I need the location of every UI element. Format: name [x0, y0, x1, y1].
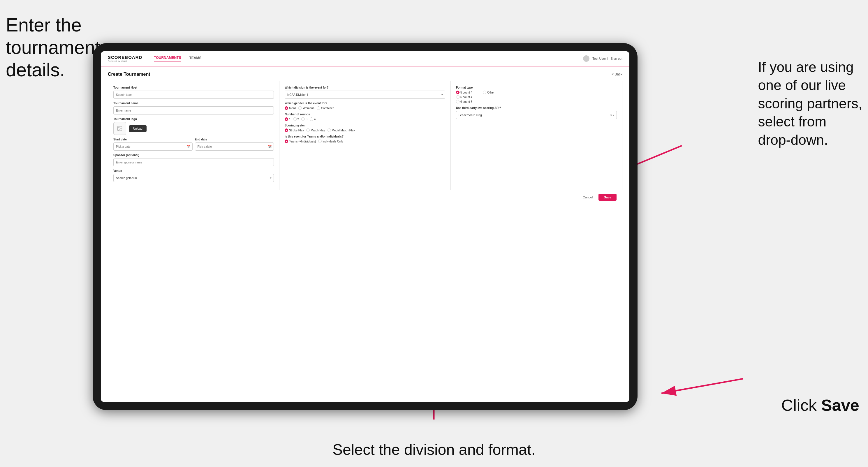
event-teams[interactable]: Teams (+Individuals) — [285, 139, 316, 143]
start-date-group: Start date 📅 — [113, 138, 193, 151]
form-col-2: Which division is the event for? NCAA Di… — [279, 81, 451, 190]
start-date-input[interactable] — [113, 143, 193, 151]
navbar: SCOREBOARD Powered by clippit TOURNAMENT… — [101, 51, 629, 66]
venue-select-wrapper: Search golf club — [113, 174, 274, 182]
format-other[interactable]: Other — [483, 91, 494, 94]
end-date-input[interactable] — [195, 143, 274, 151]
radio-medal-circle — [328, 128, 331, 132]
radio-match-circle — [306, 128, 310, 132]
form-grid: Tournament Host Tournament name Tourname… — [108, 81, 622, 190]
rounds-4-label: 4 — [314, 118, 316, 121]
live-scoring-label: Use third-party live scoring API? — [456, 106, 617, 110]
nav-teams[interactable]: TEAMS — [189, 56, 202, 61]
brand-name: SCOREBOARD — [108, 55, 142, 60]
radio-6c4-circle — [456, 95, 460, 99]
gender-label: Which gender is the event for? — [285, 102, 445, 105]
logo-placeholder — [113, 122, 126, 135]
start-label: Start date — [113, 138, 193, 141]
tablet-screen: SCOREBOARD Powered by clippit TOURNAMENT… — [101, 51, 629, 402]
gender-combined[interactable]: Combined — [317, 106, 335, 110]
scoring-stroke[interactable]: Stroke Play — [285, 128, 304, 132]
sponsor-label: Sponsor (optional) — [113, 154, 274, 157]
division-label: Which division is the event for? — [285, 86, 445, 89]
name-label: Tournament name — [113, 102, 274, 105]
live-scoring-value: Leaderboard King — [459, 114, 610, 117]
format-row-1: 5 count 4 Other — [456, 91, 617, 94]
division-select[interactable]: NCAA Division I — [285, 91, 445, 99]
live-scoring-field[interactable]: Leaderboard King × ▾ — [456, 111, 617, 119]
page-content: Create Tournament Back Tournament Host T… — [101, 66, 629, 402]
radio-5c4-circle — [456, 91, 460, 94]
division-select-wrapper: NCAA Division I — [285, 91, 445, 99]
live-scoring-clear-icon[interactable]: × ▾ — [610, 114, 614, 117]
format-field-group: Format type 5 count 4 Other — [456, 86, 617, 103]
format-options: 5 count 4 Other 6 count 4 — [456, 91, 617, 103]
format-other-label: Other — [487, 91, 494, 94]
scoring-medal[interactable]: Medal Match Play — [328, 128, 355, 132]
division-field-group: Which division is the event for? NCAA Di… — [285, 86, 445, 99]
back-link[interactable]: Back — [612, 72, 622, 76]
scoring-match[interactable]: Match Play — [306, 128, 325, 132]
radio-other-circle — [483, 91, 486, 94]
radio-stroke-circle — [285, 128, 288, 132]
upload-button[interactable]: Upload — [129, 125, 147, 132]
gender-womens[interactable]: Womens — [298, 106, 314, 110]
end-label: End date — [195, 138, 274, 141]
start-date-wrapper: 📅 — [113, 143, 193, 151]
format-label: Format type — [456, 86, 617, 89]
host-search-input[interactable] — [113, 91, 274, 99]
svg-line-3 — [661, 379, 743, 393]
scoring-match-label: Match Play — [311, 129, 325, 132]
form-col-3: Format type 5 count 4 Other — [451, 81, 622, 190]
format-6count5-label: 6 count 5 — [460, 100, 472, 103]
rounds-3-label: 3 — [306, 118, 307, 121]
annotation-bottom-right: Click Save — [781, 396, 859, 414]
end-date-wrapper: 📅 — [195, 143, 274, 151]
scoring-radio-group: Stroke Play Match Play Medal Match Play — [285, 128, 445, 132]
format-6count4[interactable]: 6 count 4 — [456, 95, 617, 99]
cancel-button[interactable]: Cancel — [580, 194, 595, 201]
host-field-group: Tournament Host — [113, 86, 274, 99]
rounds-2[interactable]: 2 — [293, 117, 299, 121]
radio-r2-circle — [293, 117, 297, 121]
event-individuals[interactable]: Individuals Only — [318, 139, 343, 143]
format-5count4[interactable]: 5 count 4 — [456, 91, 472, 94]
rounds-3[interactable]: 3 — [301, 117, 307, 121]
logo-area: Upload — [113, 122, 274, 135]
date-row: Start date 📅 End date 📅 — [113, 138, 274, 151]
radio-individuals-circle — [318, 139, 322, 143]
page-title: Create Tournament — [108, 72, 150, 77]
gender-womens-label: Womens — [303, 106, 314, 110]
gender-mens[interactable]: Mens — [285, 106, 296, 110]
radio-teams-circle — [285, 139, 288, 143]
rounds-radio-group: 1 2 3 4 — [285, 117, 445, 121]
rounds-2-label: 2 — [298, 118, 299, 121]
rounds-4[interactable]: 4 — [310, 117, 316, 121]
format-6count5[interactable]: 6 count 5 — [456, 100, 617, 103]
radio-mens-circle — [285, 106, 288, 110]
sponsor-input[interactable] — [113, 158, 274, 166]
gender-field-group: Which gender is the event for? Mens Wome… — [285, 102, 445, 110]
radio-6c5-circle — [456, 100, 460, 103]
venue-field-group: Venue Search golf club — [113, 169, 274, 182]
radio-combined-circle — [317, 106, 320, 110]
sign-out-link[interactable]: Sign out — [611, 57, 622, 60]
name-input[interactable] — [113, 106, 274, 115]
event-teams-label: Teams (+Individuals) — [289, 140, 316, 143]
annotation-top-right: If you are using one of our live scoring… — [758, 58, 863, 149]
svg-point-6 — [119, 127, 120, 128]
format-6count4-label: 6 count 4 — [460, 96, 472, 99]
event-type-radio-group: Teams (+Individuals) Individuals Only — [285, 139, 445, 143]
end-date-group: End date 📅 — [195, 138, 274, 151]
scoring-label: Scoring system — [285, 124, 445, 127]
nav-tournaments[interactable]: TOURNAMENTS — [154, 56, 181, 61]
user-avatar — [583, 55, 589, 62]
gender-combined-label: Combined — [321, 106, 335, 110]
annotation-bottom-center: Select the division and format. — [333, 441, 535, 458]
venue-select[interactable]: Search golf club — [113, 174, 274, 182]
scoring-medal-label: Medal Match Play — [332, 129, 355, 132]
event-individuals-label: Individuals Only — [322, 140, 343, 143]
save-button[interactable]: Save — [598, 194, 617, 201]
rounds-1[interactable]: 1 — [285, 117, 291, 121]
radio-r3-circle — [301, 117, 305, 121]
